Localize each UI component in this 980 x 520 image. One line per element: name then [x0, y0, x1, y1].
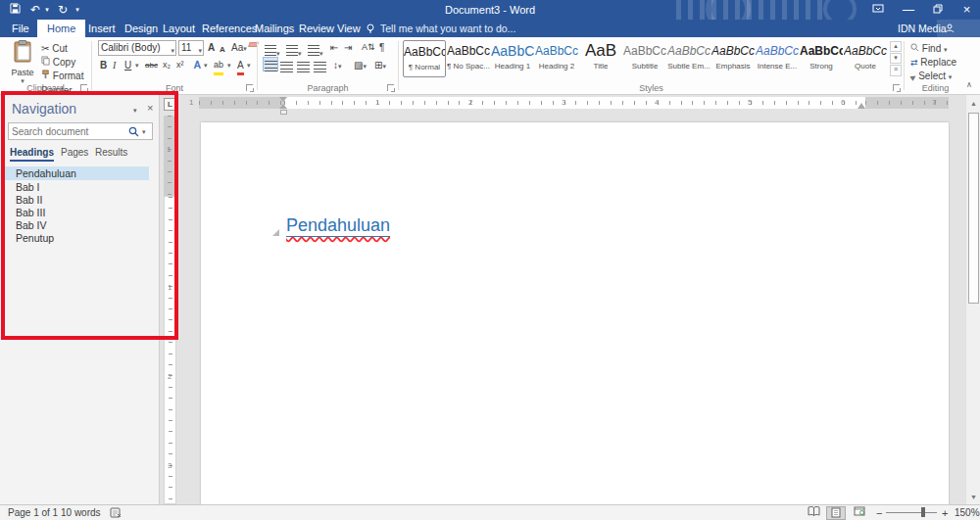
font-color-icon[interactable]: A	[237, 58, 244, 75]
tab-file[interactable]: File	[2, 20, 39, 37]
right-indent-marker[interactable]	[858, 103, 865, 109]
clipboard-dialog-launcher-icon[interactable]	[80, 84, 87, 91]
scrollbar-thumb[interactable]	[968, 113, 979, 304]
underline-button[interactable]: U	[124, 58, 131, 72]
scroll-up-icon[interactable]: ▲	[966, 97, 980, 111]
shrink-font-icon[interactable]: A	[220, 42, 225, 57]
hanging-indent-marker[interactable]	[279, 104, 287, 109]
restore-button[interactable]	[924, 0, 952, 20]
cut-button[interactable]: ✂ Cut	[41, 41, 68, 56]
show-hide-paragraph-icon[interactable]: ¶	[379, 40, 384, 55]
document-scrollbar[interactable]: ▲ ▼	[965, 95, 980, 504]
title-bar: ↶ ▾ ↻ ▾ Document3 - Word — ×	[0, 0, 980, 20]
multilevel-list-icon[interactable]: ▾	[308, 42, 323, 60]
font-size-value: 11	[181, 42, 191, 53]
increase-indent-icon[interactable]: ⇥	[344, 40, 352, 55]
decrease-indent-icon[interactable]: ⇤	[330, 40, 338, 55]
zoom-slider[interactable]	[886, 512, 937, 513]
style-quote[interactable]: AaBbCcDi Quote	[844, 40, 887, 77]
font-size-combobox[interactable]: 11▾	[178, 40, 204, 56]
styles-gallery-down-icon[interactable]: ▾	[890, 53, 902, 64]
style-heading1[interactable]: AaBbCc Heading 1	[491, 40, 534, 77]
align-center-button[interactable]	[280, 59, 293, 76]
document-page[interactable]: Pendahuluan	[201, 122, 949, 504]
paragraph-dialog-launcher-icon[interactable]	[387, 84, 394, 91]
styles-group-label: Styles	[399, 83, 904, 93]
paste-clipboard-icon	[13, 40, 32, 64]
ruler-margin-left: 1	[199, 97, 284, 109]
first-line-indent-marker[interactable]	[279, 97, 287, 102]
align-right-button[interactable]	[297, 59, 310, 76]
style-intense-emphasis[interactable]: AaBbCcDi Intense E...	[756, 40, 799, 77]
italic-button[interactable]: I	[113, 58, 116, 72]
style-subtitle[interactable]: AaBbCcD Subtitle	[623, 40, 666, 77]
page-indicator[interactable]: Page 1 of 1	[8, 507, 58, 518]
align-left-button[interactable]	[263, 57, 278, 71]
select-icon: ▶	[907, 71, 919, 84]
font-dialog-launcher-icon[interactable]	[246, 84, 253, 91]
select-button[interactable]: ▶ Select ▾	[910, 70, 952, 82]
subscript-button[interactable]: x₂	[163, 58, 171, 72]
replace-label: Replace	[920, 57, 956, 68]
style-subtle-emphasis[interactable]: AaBbCcDi Subtle Em...	[667, 40, 710, 77]
change-case-icon[interactable]: Aa▾	[231, 40, 247, 56]
ruler-number: 3	[562, 98, 565, 107]
share-button[interactable]: Share	[937, 20, 980, 37]
paragraph-group-label: Paragraph	[258, 83, 398, 93]
bold-button[interactable]: B	[100, 58, 107, 72]
style-normal[interactable]: AaBbCcDc ¶ Normal	[403, 40, 446, 77]
text-effects-icon[interactable]: A	[194, 58, 201, 72]
strikethrough-button[interactable]: abc	[145, 58, 158, 72]
style-no-spacing[interactable]: AaBbCcDc ¶ No Spac...	[447, 40, 490, 77]
styles-dialog-launcher-icon[interactable]	[893, 84, 900, 91]
text-effects-dropdown-icon[interactable]: ▾	[204, 62, 208, 70]
borders-icon[interactable]: ⊞▾	[374, 58, 386, 73]
numbering-icon[interactable]: ▾	[286, 42, 302, 60]
style-title[interactable]: AaB Title	[579, 40, 622, 77]
document-heading[interactable]: Pendahuluan	[286, 215, 390, 236]
collapse-ribbon-icon[interactable]: ∧	[966, 80, 972, 89]
replace-button[interactable]: ⇄ Replace	[910, 56, 956, 69]
shading-icon[interactable]: ▨▾	[354, 58, 367, 73]
styles-gallery-more-icon[interactable]: ≡	[890, 65, 902, 76]
read-mode-icon[interactable]	[804, 506, 823, 520]
sort-icon[interactable]: A⇅	[362, 40, 375, 55]
tell-me-box[interactable]: Tell me what you want to do...	[380, 20, 515, 37]
proofing-status-icon[interactable]	[110, 507, 122, 520]
underline-dropdown-icon[interactable]: ▾	[135, 62, 139, 70]
tab-view[interactable]: View	[327, 20, 370, 37]
ribbon-display-options-icon[interactable]	[864, 0, 892, 20]
find-button[interactable]: Find ▾	[910, 42, 948, 55]
paste-button[interactable]: Paste ▾	[6, 40, 39, 87]
zoom-level[interactable]: 150%	[955, 507, 980, 518]
style-emphasis[interactable]: AaBbCcDi Emphasis	[711, 40, 755, 77]
left-indent-marker[interactable]	[280, 110, 287, 115]
style-strong[interactable]: AaBbCcDc Strong	[800, 40, 843, 77]
highlight-dropdown-icon[interactable]: ▾	[227, 62, 231, 70]
close-button[interactable]: ×	[954, 0, 980, 20]
styles-gallery-up-icon[interactable]: ▴	[890, 41, 902, 52]
select-label: Select	[918, 71, 946, 81]
editing-group-label: Editing	[905, 83, 966, 93]
font-color-dropdown-icon[interactable]: ▾	[247, 62, 251, 70]
grow-font-icon[interactable]: A	[208, 40, 215, 55]
web-layout-icon[interactable]	[850, 506, 869, 520]
minimize-button[interactable]: —	[895, 0, 922, 20]
justify-button[interactable]	[314, 59, 326, 76]
zoom-in-button[interactable]: +	[942, 507, 948, 519]
font-name-combobox[interactable]: Calibri (Body)▾	[98, 40, 176, 56]
copy-button[interactable]: Copy	[41, 55, 75, 70]
zoom-out-button[interactable]: −	[876, 507, 882, 519]
ruler-number: 7	[932, 98, 936, 107]
heading-collapse-icon[interactable]	[272, 222, 279, 240]
print-layout-icon[interactable]	[826, 506, 846, 520]
annotation-rectangle	[1, 91, 178, 340]
word-count[interactable]: 10 words	[61, 507, 101, 518]
superscript-button[interactable]: x²	[176, 58, 184, 72]
zoom-slider-thumb[interactable]	[921, 507, 925, 517]
highlight-color-icon[interactable]: ab	[214, 58, 223, 75]
scroll-down-icon[interactable]: ▼	[966, 491, 980, 504]
line-spacing-icon[interactable]: ↕▾	[333, 58, 342, 73]
document-heading-text: Pendahuluan	[286, 215, 390, 235]
style-heading2[interactable]: AaBbCcD Heading 2	[535, 40, 578, 77]
